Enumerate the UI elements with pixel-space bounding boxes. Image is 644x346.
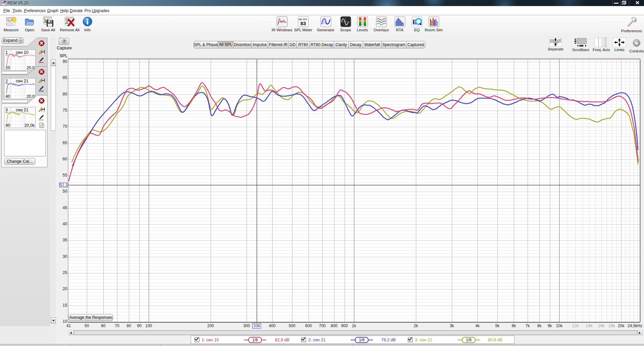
svg-text:1/6: 1/6 [466, 338, 472, 342]
svg-text:1/6: 1/6 [359, 338, 365, 342]
svg-text:1/6: 1/6 [252, 338, 258, 342]
